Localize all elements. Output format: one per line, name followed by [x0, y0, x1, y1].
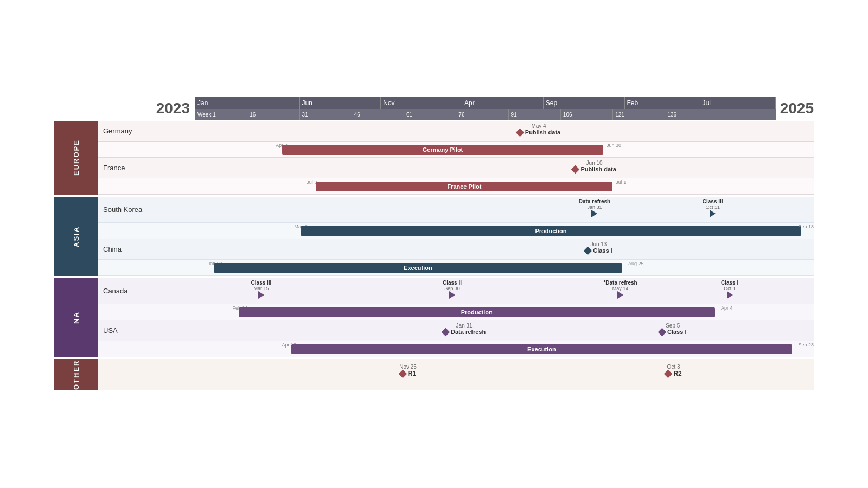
bar-end-date-france: Jul 1 [616, 179, 626, 185]
week-121: 121 [613, 109, 665, 120]
label-germany-bar [98, 142, 195, 157]
week-31: 31 [300, 109, 352, 120]
milestone-canada-class2: Class II Sep 30 [443, 280, 462, 299]
section-label-asia: ASIA [54, 197, 98, 276]
milestone-canada-class1: Class I Oct 1 [721, 280, 738, 299]
france-pilot-label: France Pilot [447, 183, 481, 190]
week-76: 76 [456, 109, 508, 120]
usa-datarefresh-label: Data refresh [451, 329, 486, 335]
month-row: Jan Jun Nov Apr Sep Feb Jul [195, 97, 776, 109]
bar-end-date-germany: Jun 30 [607, 143, 621, 148]
timeline-usa-milestone: Jan 31 Data refresh Sep 5 Class I [195, 320, 814, 341]
china-class1-label: Class I [593, 247, 612, 254]
label-canada: Canada [98, 278, 195, 304]
diamond-icon-china [584, 246, 592, 255]
timeline-canada-bar: Feb 14 Production Apr 4 [195, 304, 814, 320]
arrow-icon-canada-2 [449, 291, 455, 299]
milestone-china-class1: Jun 13 Class I [585, 241, 612, 254]
bar-germany-pilot: Germany Pilot [282, 145, 604, 155]
label-china: China [98, 239, 195, 259]
milestone-germany-publish: May 4 Publish data [517, 123, 560, 136]
bar-end-china: Aug 25 [628, 261, 644, 266]
label-south-korea: South Korea [98, 197, 195, 222]
arrow-icon-canada-3 [617, 291, 623, 299]
label-other [98, 359, 195, 390]
month-apr: Apr [462, 97, 544, 109]
label-france: France [98, 158, 195, 178]
milestone-canada-datarefresh: *Data refresh May 14 [603, 280, 637, 299]
timeline-china-milestone: Jun 13 Class I [195, 239, 814, 259]
section-other: OTHER Nov 25 R1 Oct 3 [54, 359, 814, 391]
timeline-other-milestone: Nov 25 R1 Oct 3 R2 [195, 359, 814, 390]
week-106: 106 [561, 109, 613, 120]
label-sk-bar [98, 223, 195, 239]
timeline-germany-milestone: May 4 Publish data [195, 121, 814, 141]
bar-sk-production: Production [301, 226, 801, 236]
label-germany: Germany [98, 121, 195, 141]
section-na: NA Canada Class III Mar 15 Class II Sep … [54, 278, 814, 358]
bar-canada-production: Production [239, 307, 715, 317]
year-right: 2025 [780, 100, 814, 117]
label-canada-bar [98, 304, 195, 320]
timeline-usa-bar: Apr 10 Execution Sep 23 [195, 341, 814, 357]
week-136: 136 [665, 109, 723, 120]
timeline-header: Jan Jun Nov Apr Sep Feb Jul Week 1 16 31… [195, 97, 776, 120]
month-feb: Feb [625, 97, 700, 109]
diamond-icon-france [571, 165, 580, 174]
timeline-germany-bar: Apr 3 Germany Pilot Jun 30 [195, 142, 814, 157]
week-1: Week 1 [195, 109, 247, 120]
usa-class1-label: Class I [667, 329, 686, 335]
diamond-icon-usa-1 [442, 328, 450, 336]
year-left: 2023 [54, 100, 195, 117]
bar-usa-execution: Execution [291, 344, 792, 354]
diamond-icon-usa-2 [658, 328, 667, 336]
section-label-other: OTHER [54, 359, 98, 390]
week-91: 91 [509, 109, 561, 120]
usa-execution-label: Execution [527, 346, 556, 352]
timeline-sk-bar: May 6 Production Sep 18 [195, 223, 814, 239]
diamond-icon-r2 [664, 369, 673, 378]
label-usa-bar [98, 341, 195, 357]
week-61: 61 [404, 109, 456, 120]
timeline-canada-milestone: Class III Mar 15 Class II Sep 30 *Data r… [195, 278, 814, 304]
section-europe: EUROPE Germany May 4 Publish data [54, 121, 814, 196]
section-asia: ASIA South Korea Data refresh Jan 31 Cla… [54, 197, 814, 277]
canada-production-label: Production [461, 309, 493, 316]
bar-china-execution: Execution [214, 263, 622, 273]
arrow-icon-sk-1 [591, 210, 597, 217]
germany-pilot-label: Germany Pilot [423, 146, 463, 153]
timeline-france-milestone: Jun 10 Publish data [195, 158, 814, 178]
week-16: 16 [247, 109, 299, 120]
r1-label: R1 [408, 370, 416, 377]
milestone-sk-datarefresh: Data refresh Jan 31 [579, 198, 610, 217]
week-46: 46 [352, 109, 404, 120]
timeline-france-bar: Jul 3 France Pilot Jul 1 [195, 178, 814, 194]
sk-production-label: Production [535, 228, 566, 234]
month-jun: Jun [300, 97, 381, 109]
milestone-other-r2: Oct 3 R2 [665, 364, 681, 377]
month-jul: Jul [700, 97, 776, 109]
publish-data-label: Publish data [525, 129, 560, 136]
month-nov: Nov [381, 97, 462, 109]
month-jan: Jan [195, 97, 300, 109]
publish-data-label-france: Publish data [580, 166, 616, 172]
r2-label: R2 [673, 370, 681, 377]
milestone-other-r1: Nov 25 R1 [399, 364, 417, 377]
milestone-france-publish: Jun 10 Publish data [572, 160, 616, 172]
week-row: Week 1 16 31 46 61 76 91 106 121 136 [195, 109, 776, 120]
timeline-southkorea-milestone: Data refresh Jan 31 Class III Oct 11 Pus… [195, 197, 814, 222]
milestone-usa-class1: Sep 5 Class I [659, 323, 686, 335]
year-row: 2023 Jan Jun Nov Apr Sep Feb Jul Week 1 … [54, 97, 814, 120]
milestone-canada-class3: Class III Mar 15 [251, 280, 272, 299]
china-execution-label: Execution [404, 265, 432, 271]
section-label-europe: EUROPE [54, 121, 98, 195]
chart-wrapper: 2023 Jan Jun Nov Apr Sep Feb Jul Week 1 … [54, 86, 814, 402]
label-usa: USA [98, 320, 195, 341]
bar-france-pilot: France Pilot [316, 182, 612, 191]
diamond-icon [516, 128, 525, 137]
bar-end-canada: Apr 4 [721, 305, 733, 311]
timeline-china-bar: Jan 29 Execution Aug 25 [195, 260, 814, 275]
arrow-icon-canada-1 [258, 291, 264, 299]
arrow-icon-sk-2 [710, 210, 716, 217]
diamond-icon-r1 [399, 369, 407, 378]
